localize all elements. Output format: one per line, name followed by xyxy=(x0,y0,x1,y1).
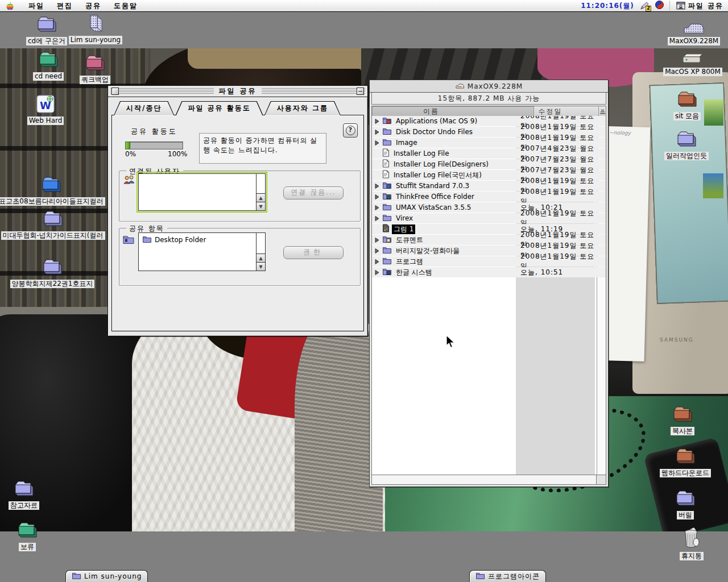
column-header-name[interactable]: 이름 xyxy=(372,106,534,117)
disclosure-triangle-icon[interactable] xyxy=(374,184,380,189)
scroll-up-icon[interactable]: ▲ xyxy=(257,193,265,202)
desktop-icon-12[interactable]: sit 모음 xyxy=(647,90,727,120)
desktop-icon-16[interactable]: 버릴 xyxy=(646,489,725,519)
desktop-icon-1[interactable]: Lim sun-young xyxy=(56,14,135,44)
desktop-icon-15[interactable]: 웹하드다운로드 xyxy=(646,447,725,477)
row-filename[interactable]: Virex xyxy=(394,214,415,222)
scroll-down-icon[interactable]: ▼ xyxy=(257,262,265,271)
folder-icon xyxy=(40,257,64,278)
desktop-icon-13[interactable]: 일러작업인듯 xyxy=(647,130,726,160)
desktop-icon-17[interactable]: 휴지통 xyxy=(652,526,728,560)
shared-items-list[interactable]: Desktop Folder ▲ ▼ xyxy=(138,232,266,271)
disclosure-triangle-icon[interactable] xyxy=(374,270,380,275)
row-filename[interactable]: 한글 시스템 xyxy=(394,268,434,277)
desktop-icon-8[interactable]: 참고자료 xyxy=(0,479,64,510)
row-filename[interactable]: Disk Doctor Undo Files xyxy=(394,128,474,136)
disclosure-triangle-icon[interactable] xyxy=(374,248,380,253)
row-name-cell: Applications (Mac OS 9) xyxy=(372,116,516,126)
finder-column-headers: 이름 수정일 xyxy=(371,106,606,117)
tab-2[interactable]: 사용자와 그룹 xyxy=(264,101,341,115)
shared-item-row[interactable]: Desktop Folder xyxy=(139,233,256,247)
row-filename[interactable]: ThinkFree Office Folder xyxy=(394,193,476,201)
menu-item-3[interactable]: 도움말 xyxy=(107,2,144,10)
popup-tab-label: 프로그램아이콘 xyxy=(488,572,540,581)
desktop-icon-14[interactable]: 복사본 xyxy=(643,405,722,435)
ime-pencil-icon[interactable]: 2 xyxy=(640,2,650,10)
menu-item-0[interactable]: 파일 xyxy=(22,2,51,10)
shared-item-name: Desktop Folder xyxy=(155,236,206,244)
row-filename[interactable]: StuffIt Standard 7.0.3 xyxy=(394,182,471,190)
row-filename[interactable]: UMAX VistaScan 3.5.5 xyxy=(394,203,473,211)
disclosure-triangle-icon[interactable] xyxy=(374,259,380,264)
finder-row[interactable]: 한글 시스템오늘, 10:51 xyxy=(372,267,606,277)
users-list-scrollbar[interactable]: ▲ ▼ xyxy=(256,174,265,210)
scroll-down-icon[interactable]: ▼ xyxy=(257,202,265,210)
folder-icon xyxy=(12,479,36,500)
privileges-button[interactable]: 권한 xyxy=(283,246,344,259)
sort-direction-button[interactable] xyxy=(599,106,606,117)
popup-window-tab-0[interactable]: Lim sun-young xyxy=(65,570,148,582)
windowshade-box-icon[interactable] xyxy=(357,88,364,95)
popup-window-tab-1[interactable]: 프로그램아이콘 xyxy=(469,570,546,582)
ime-taegeuk-icon[interactable] xyxy=(655,1,664,11)
disclosure-triangle-icon[interactable] xyxy=(374,140,380,146)
finder-horizontal-scrollbar[interactable] xyxy=(371,475,606,485)
desktop-icon-10[interactable]: MaxOX9.228M xyxy=(654,19,728,45)
row-filename[interactable]: Installer Log File(Designers) xyxy=(392,160,490,168)
hangul-file-icon xyxy=(382,267,392,277)
menu-item-1[interactable]: 편집 xyxy=(51,2,79,10)
disclosure-triangle-icon[interactable] xyxy=(374,194,380,199)
hscroll-track[interactable] xyxy=(372,475,596,484)
docs-file-icon xyxy=(382,235,392,245)
trash-icon xyxy=(681,526,702,551)
activity-max-label: 100% xyxy=(168,150,187,158)
desktop-icon-9[interactable]: 보류 xyxy=(0,521,67,551)
desktop-icon-label: 보류 xyxy=(19,543,36,551)
dialog-title-bar[interactable]: 파일 공유 xyxy=(108,86,367,97)
desktop-icon-11[interactable]: MacOS XP 800M xyxy=(653,52,728,76)
disclosure-triangle-icon[interactable] xyxy=(374,205,380,210)
desktop-icon-7[interactable]: 양봉학회지제22권1호표지 xyxy=(13,257,92,288)
activity-label: 공유 활동도 xyxy=(131,127,177,136)
row-filename[interactable]: Installer Log File xyxy=(392,149,451,157)
desktop-icon-label: 참고자료 xyxy=(9,501,39,510)
disclosure-triangle-icon[interactable] xyxy=(374,119,380,124)
activity-meter-fill xyxy=(126,142,130,149)
desktop-icon-label: 미대두협회-넙치가이드표지(컬러 xyxy=(1,231,105,240)
disconnect-button[interactable]: 연결 끊음... xyxy=(283,186,344,199)
close-box-icon[interactable] xyxy=(111,88,119,95)
window-resize-handle[interactable] xyxy=(596,475,606,484)
finder-title-bar[interactable]: MaxOX9.228M xyxy=(370,80,608,93)
row-filename[interactable]: 버리지말것-영화마을 xyxy=(394,246,461,256)
finder-row[interactable]: Virex2008년1월19일 토요일, xyxy=(372,213,606,223)
column-header-date[interactable]: 수정일 xyxy=(534,106,599,117)
apple-menu-icon[interactable] xyxy=(6,1,14,11)
application-menu[interactable]: 파일 공유 xyxy=(676,1,723,11)
scroll-up-icon[interactable]: ▲ xyxy=(257,253,265,262)
doc-file-icon xyxy=(382,170,390,180)
row-filename[interactable]: 도큐멘트 xyxy=(394,235,425,245)
disclosure-triangle-icon[interactable] xyxy=(374,130,380,135)
tab-0[interactable]: 시작/종단 xyxy=(114,101,174,115)
items-list-scrollbar[interactable]: ▲ ▼ xyxy=(256,233,265,271)
tab-1[interactable]: 파일 공유 활동도 xyxy=(175,101,263,115)
desktop-icon-6[interactable]: 미대두협회-넙치가이드표지(컬러 xyxy=(13,209,93,240)
disclosure-triangle-icon[interactable] xyxy=(374,238,380,243)
finder-row[interactable]: ThinkFree Office Folder2008년1월19일 토요일, xyxy=(372,192,606,202)
row-filename[interactable]: 프로그램 xyxy=(394,257,425,267)
desktop-icon-5[interactable]: 표교초08보름다리아이들표지컬러 xyxy=(11,175,91,206)
row-filename[interactable]: Image xyxy=(394,139,419,147)
disclosure-triangle-icon[interactable] xyxy=(374,216,380,221)
desktop-icon-4[interactable]: WWeb Hard xyxy=(6,94,85,125)
finder-row[interactable]: 프로그램2008년1월19일 토요일, xyxy=(372,256,606,267)
dialog-title: 파일 공유 xyxy=(214,86,261,96)
help-button[interactable]: ? xyxy=(343,123,358,138)
connected-users-list[interactable]: ▲ ▼ xyxy=(138,173,266,211)
desktop-icon-3[interactable]: 쿼크백업 xyxy=(55,53,135,84)
menubar-divider xyxy=(669,1,671,10)
menu-item-2[interactable]: 공유 xyxy=(79,2,107,10)
row-filename[interactable]: 그림 1 xyxy=(392,225,415,234)
row-filename[interactable]: Installer Log File(국민서체) xyxy=(392,171,483,180)
row-filename[interactable]: Applications (Mac OS 9) xyxy=(394,117,479,125)
menubar-clock[interactable]: 11:20:16(월) xyxy=(581,1,634,11)
